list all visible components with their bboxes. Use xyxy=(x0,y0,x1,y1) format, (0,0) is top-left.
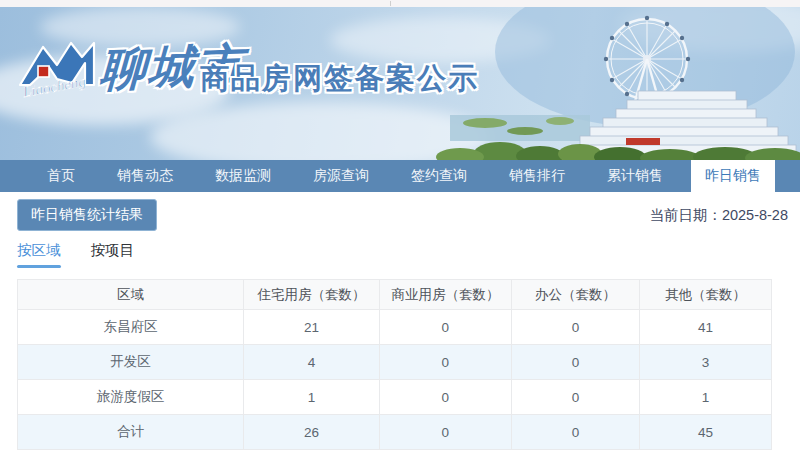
cell-region: 合计 xyxy=(18,415,244,450)
table-row-total: 合计 26 0 0 45 xyxy=(18,415,772,450)
table-header-row: 区域 住宅用房（套数） 商业用房（套数） 办公（套数） 其他（套数） xyxy=(18,280,772,310)
cell-value: 41 xyxy=(640,310,772,345)
yesterday-sales-table: 区域 住宅用房（套数） 商业用房（套数） 办公（套数） 其他（套数） 东昌府区 … xyxy=(17,279,772,450)
cell-value: 0 xyxy=(379,345,511,380)
tab-by-region[interactable]: 按区域 xyxy=(17,241,61,270)
main-navbar: 首页 销售动态 数据监测 房源查询 签约查询 销售排行 累计销售 昨日销售 合同… xyxy=(0,160,800,192)
main-content: 昨日销售统计结果 当前日期：2025-8-28 按区域 按项目 区域 住宅用房（… xyxy=(0,192,800,450)
cell-value: 1 xyxy=(244,380,380,415)
nav-item-data-monitor[interactable]: 数据监测 xyxy=(201,160,285,192)
table-row: 开发区 4 0 0 3 xyxy=(18,345,772,380)
col-header-other: 其他（套数） xyxy=(640,280,772,310)
nav-item-contract-cancel[interactable]: 合同注销 xyxy=(789,160,800,192)
page-top-strip xyxy=(0,0,800,7)
cell-value: 0 xyxy=(379,415,511,450)
col-header-residential: 住宅用房（套数） xyxy=(244,280,380,310)
cell-value: 0 xyxy=(379,380,511,415)
yesterday-sales-result-button[interactable]: 昨日销售统计结果 xyxy=(17,199,157,231)
lake-water-icon xyxy=(450,115,590,141)
cell-value: 1 xyxy=(640,380,772,415)
nav-item-sales-dynamics[interactable]: 销售动态 xyxy=(103,160,187,192)
top-strip-divider xyxy=(390,1,391,6)
cell-value: 0 xyxy=(511,415,639,450)
cell-value: 21 xyxy=(244,310,380,345)
nav-item-yesterday-sales[interactable]: 昨日销售 xyxy=(691,160,775,192)
cell-value: 0 xyxy=(511,345,639,380)
table-row: 东昌府区 21 0 0 41 xyxy=(18,310,772,345)
cell-value: 3 xyxy=(640,345,772,380)
current-date-label: 当前日期： xyxy=(649,207,722,223)
cell-value: 0 xyxy=(511,310,639,345)
nav-item-contract-query[interactable]: 签约查询 xyxy=(397,160,481,192)
toolbar: 昨日销售统计结果 当前日期：2025-8-28 xyxy=(0,192,800,231)
cell-region: 东昌府区 xyxy=(18,310,244,345)
cell-value: 26 xyxy=(244,415,380,450)
nav-item-home[interactable]: 首页 xyxy=(33,160,89,192)
site-banner: Liaocheng 聊城市 商品房网签备案公示 xyxy=(0,7,800,160)
cell-value: 45 xyxy=(640,415,772,450)
cell-value: 4 xyxy=(244,345,380,380)
banner-scenery xyxy=(430,7,800,160)
cell-region: 开发区 xyxy=(18,345,244,380)
current-date-value: 2025-8-28 xyxy=(722,207,788,223)
cell-value: 0 xyxy=(511,380,639,415)
view-tabs: 按区域 按项目 xyxy=(17,241,800,270)
col-header-office: 办公（套数） xyxy=(511,280,639,310)
cell-region: 旅游度假区 xyxy=(18,380,244,415)
tab-by-project[interactable]: 按项目 xyxy=(91,241,135,270)
nav-item-sales-ranking[interactable]: 销售排行 xyxy=(495,160,579,192)
cell-value: 0 xyxy=(379,310,511,345)
mountain-m-logo-icon: Liaocheng xyxy=(16,35,108,107)
table-row: 旅游度假区 1 0 0 1 xyxy=(18,380,772,415)
nav-item-cumulative-sales[interactable]: 累计销售 xyxy=(593,160,677,192)
col-header-commercial: 商业用房（套数） xyxy=(379,280,511,310)
current-date: 当前日期：2025-8-28 xyxy=(649,206,788,225)
nav-item-listing-query[interactable]: 房源查询 xyxy=(299,160,383,192)
col-header-region: 区域 xyxy=(18,280,244,310)
